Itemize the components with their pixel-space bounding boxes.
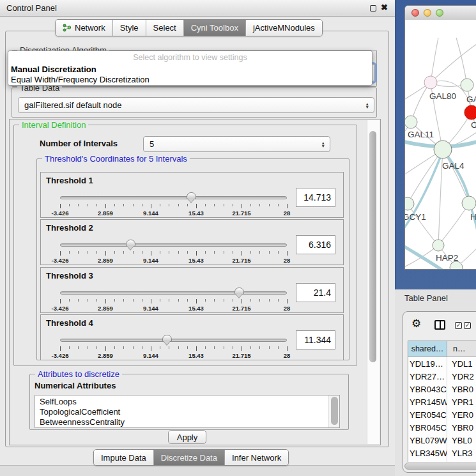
tick-mark	[259, 204, 260, 206]
num-intervals-value: 5	[150, 139, 154, 149]
apply-button[interactable]: Apply	[168, 430, 206, 444]
threshold-value-field[interactable]: 11.344	[296, 330, 335, 349]
network-node-h[interactable]	[462, 196, 476, 210]
algorithm-option[interactable]: Equal Width/Frequency Discretization	[8, 75, 372, 85]
tab-jactivemnodules[interactable]: jActiveMNodules	[246, 20, 322, 36]
network-edge	[431, 38, 438, 82]
checkbox-icon[interactable]: ✓	[464, 322, 471, 329]
network-canvas[interactable]: GAL80GACGAL11GAL4GCY1HHAP2	[405, 20, 476, 270]
slider-thumb[interactable]	[187, 192, 196, 199]
network-node-top-right[interactable]	[461, 79, 473, 91]
list-scrollbar[interactable]	[328, 395, 339, 427]
tick-mark	[242, 299, 242, 303]
axis-tick-label: 9.144	[143, 210, 158, 217]
num-intervals-combobox[interactable]: 5 ▲▼	[143, 136, 330, 152]
table-data-combobox[interactable]: galFiltered.sif default node ▲▼	[18, 97, 374, 113]
node-label: GAL4	[442, 161, 464, 171]
tick-mark	[233, 251, 233, 254]
table-row[interactable]: YBL079WYBL0	[408, 434, 476, 447]
table-hscrollbar-thumb[interactable]	[404, 463, 476, 470]
tick-mark	[151, 204, 151, 208]
axis-tick-label: 2.859	[98, 305, 113, 312]
tab-infer-network[interactable]: Infer Network	[225, 450, 288, 465]
threshold-value-field[interactable]: 21.4	[296, 283, 335, 302]
threshold-value-field[interactable]: 6.316	[296, 235, 335, 254]
tab-select[interactable]: Select	[146, 20, 184, 36]
network-node-hap2[interactable]	[433, 240, 444, 251]
window-zoom-icon[interactable]	[436, 9, 443, 17]
tick-mark	[178, 346, 179, 349]
tick-mark	[196, 251, 197, 256]
attributes-listbox[interactable]: SelfLoopsTopologicalCoefficientBetweenne…	[35, 395, 340, 428]
tick-mark	[259, 299, 260, 302]
column-header[interactable]: shared…	[408, 341, 447, 357]
slider-thumb[interactable]	[126, 240, 135, 247]
table-row[interactable]: YER054CYER0	[408, 408, 476, 421]
slider-track[interactable]	[60, 339, 287, 342]
slider-track[interactable]	[60, 291, 287, 295]
network-node-gal4[interactable]	[434, 141, 452, 158]
table-row[interactable]: YBR045CYBR0	[408, 421, 476, 434]
attribute-item[interactable]: TopologicalCoefficient	[35, 407, 339, 417]
table-row[interactable]: YPR145WYPR1	[408, 395, 476, 408]
slider-track[interactable]	[60, 243, 287, 247]
tick-mark	[123, 204, 124, 206]
network-node-pink[interactable]	[424, 76, 437, 89]
table-cell: YBL0	[447, 434, 476, 447]
close-icon[interactable]: ✖	[381, 3, 388, 12]
settings-scrollbar-thumb[interactable]	[369, 131, 376, 362]
threshold-value-field[interactable]: 14.713	[296, 188, 335, 207]
tick-mark	[69, 346, 70, 349]
slider-track[interactable]	[60, 196, 287, 199]
column-header[interactable]: n…	[447, 341, 476, 357]
slider-thumb[interactable]	[234, 288, 244, 295]
tick-mark	[278, 251, 279, 254]
tab-impute-data[interactable]: Impute Data	[94, 450, 154, 465]
attribute-item[interactable]: BetweennessCentrality	[35, 417, 339, 427]
tick-mark	[78, 346, 79, 349]
window-close-icon[interactable]	[411, 9, 419, 17]
table-row[interactable]: YBR043CYBR0	[408, 383, 476, 395]
table-row[interactable]: YDR27…YDR2	[408, 370, 476, 383]
tick-mark	[133, 204, 134, 206]
window-minimize-icon[interactable]	[424, 9, 431, 17]
table-row[interactable]: YDL19…YDL1	[408, 357, 476, 370]
gear-icon[interactable]: ⚙	[411, 317, 421, 330]
table-cell: YDR27…	[408, 370, 447, 383]
column-layout-icon[interactable]	[434, 320, 445, 330]
group-title: Attributes to discretize	[35, 369, 122, 379]
tab-style[interactable]: Style	[113, 20, 146, 36]
table-cell: YDL1	[447, 357, 476, 370]
network-edge	[438, 203, 469, 245]
axis-tick-label: 15.43	[188, 257, 204, 264]
tab-cyni-toolbox[interactable]: Cyni Toolbox	[184, 20, 246, 36]
network-node-gcy1[interactable]	[405, 197, 414, 210]
num-intervals-label: Number of Intervals	[40, 139, 118, 148]
table-data-group: Table Data galFiltered.sif default node …	[12, 88, 377, 118]
threshold-row: Threshold 1-3.4262.8599.14415.4321.71528…	[40, 172, 344, 218]
tick-mark	[224, 299, 224, 302]
list-scrollbar-thumb[interactable]	[331, 397, 338, 425]
attribute-item[interactable]: SelfLoops	[35, 397, 339, 407]
algorithm-option[interactable]: Manual Discretization	[8, 65, 372, 75]
tab-label: Cyni Toolbox	[191, 23, 238, 33]
tick-mark	[269, 346, 270, 349]
tab-network[interactable]: Network	[56, 20, 113, 36]
tab-discretize-data[interactable]: Discretize Data	[154, 450, 225, 465]
tick-mark	[287, 204, 288, 208]
float-window-icon[interactable]	[370, 5, 376, 12]
tick-mark	[178, 251, 179, 254]
axis-tick-label: 21.715	[232, 257, 250, 264]
node-label: GA	[466, 95, 476, 104]
network-node-red-selected[interactable]	[464, 105, 476, 119]
table-hscrollbar[interactable]	[404, 462, 476, 471]
checkbox-icon[interactable]: ✓	[455, 322, 462, 329]
network-node-gal11[interactable]	[405, 116, 417, 128]
tick-mark	[196, 299, 197, 303]
slider-thumb[interactable]	[162, 335, 172, 342]
table-row[interactable]: YLR345WYLR3	[408, 447, 476, 459]
table-cell: YPR145W	[408, 395, 447, 408]
threshold-slider: -3.4262.8599.14415.4321.71528	[60, 334, 287, 360]
settings-scrollbar[interactable]	[367, 120, 380, 444]
tick-mark	[69, 204, 70, 206]
